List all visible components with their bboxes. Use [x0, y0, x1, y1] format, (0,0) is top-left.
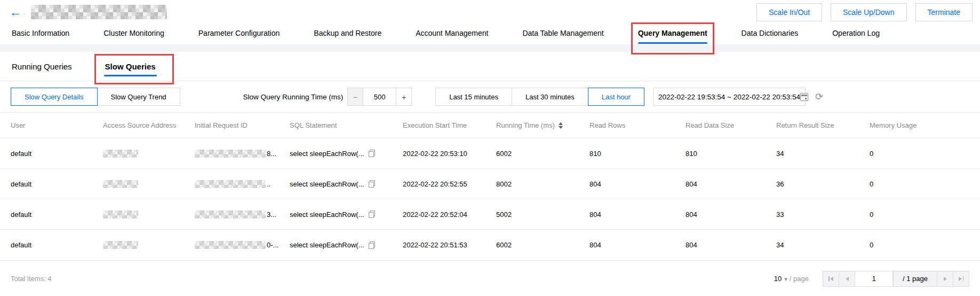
subtab-slow-queries[interactable]: Slow Queries: [105, 62, 156, 71]
cell-user: default: [11, 150, 103, 158]
date-range-picker[interactable]: 2022-02-22 19:53:54 ~ 2022-02-22 20:53:5…: [653, 88, 806, 106]
sort-icon[interactable]: [559, 122, 563, 129]
cell-return-result-size: 33: [776, 211, 870, 219]
sql-text: select sleepEachRow(...: [290, 180, 364, 188]
chevron-down-icon: ▾: [784, 276, 787, 283]
request-id-redacted: [195, 150, 266, 158]
cell-start-time: 2022-02-22 20:52:55: [403, 180, 496, 188]
cell-start-time: 2022-02-22 20:53:10: [403, 150, 496, 158]
cell-user: default: [11, 180, 103, 188]
last-hour-button[interactable]: Last hour: [588, 88, 644, 106]
access-source-redacted: [103, 180, 138, 188]
col-initial-request-id: Initial Request ID: [195, 121, 290, 129]
active-tab-underline: [638, 42, 707, 44]
current-page-input[interactable]: [855, 271, 893, 287]
access-source-redacted: [103, 150, 138, 158]
calendar-icon: [800, 93, 808, 101]
table-header-row: User Access Source Address Initial Reque…: [0, 113, 980, 138]
tab-data-dictionaries[interactable]: Data Dictionaries: [742, 24, 799, 44]
total-items-label: Total items:: [11, 275, 46, 283]
cell-access-source: [103, 180, 195, 188]
back-icon[interactable]: ←: [10, 6, 21, 18]
tab-query-management[interactable]: Query Management: [638, 24, 707, 44]
tab-backup-and-restore[interactable]: Backup and Restore: [314, 24, 381, 44]
active-subtab-underline: [104, 75, 157, 76]
main-tab-bar: Basic Information Cluster Monitoring Par…: [0, 24, 980, 44]
tab-query-management-label: Query Management: [638, 29, 707, 37]
cell-running-ms: 6002: [496, 241, 589, 249]
slow-query-trend-button[interactable]: Slow Query Trend: [97, 88, 180, 106]
cell-access-source: [103, 241, 195, 249]
cell-access-source: [103, 211, 195, 219]
first-page-button[interactable]: [823, 271, 839, 287]
header-actions: Scale In/Out Scale Up/Down Terminate: [756, 3, 973, 21]
tab-data-table-management[interactable]: Data Table Management: [522, 24, 603, 44]
sql-text: select sleepEachRow(...: [290, 211, 364, 219]
tab-cluster-monitoring[interactable]: Cluster Monitoring: [103, 24, 164, 44]
slow-query-details-button[interactable]: Slow Query Details: [11, 88, 98, 106]
cell-return-result-size: 34: [776, 241, 870, 249]
last-30-minutes-button[interactable]: Last 30 minutes: [512, 88, 588, 106]
next-page-button[interactable]: [937, 271, 953, 287]
col-read-data-size: Read Data Size: [686, 121, 776, 129]
tab-operation-log[interactable]: Operation Log: [832, 24, 880, 44]
copy-icon[interactable]: [369, 242, 375, 249]
col-return-result-size: Return Result Size: [776, 121, 870, 129]
copy-icon[interactable]: [369, 150, 375, 157]
last-15-minutes-button[interactable]: Last 15 minutes: [435, 88, 512, 106]
request-id-suffix: 0-...: [267, 241, 278, 249]
col-execution-start-time: Execution Start Time: [403, 121, 496, 129]
page-size-select[interactable]: 10 ▾: [774, 275, 790, 283]
sql-text: select sleepEachRow(...: [290, 150, 364, 158]
copy-icon[interactable]: [369, 180, 375, 188]
pagination: 10 ▾ / page / 1 page: [774, 271, 969, 287]
copy-icon[interactable]: [369, 211, 375, 218]
per-page-label: / page: [790, 275, 809, 283]
sql-text: select sleepEachRow(...: [290, 241, 364, 249]
date-range-value: 2022-02-22 19:53:54 ~ 2022-02-22 20:53:5…: [658, 93, 800, 101]
cell-running-ms: 5002: [496, 211, 589, 219]
table-footer: Total items: 4 10 ▾ / page / 1 page: [0, 260, 980, 296]
tab-account-management[interactable]: Account Management: [416, 24, 488, 44]
running-time-filter-label: Slow Query Running Time (ms): [243, 93, 344, 101]
pager-controls: / 1 page: [823, 271, 969, 287]
cell-memory-usage: 0: [870, 180, 980, 188]
stepper-plus-icon[interactable]: +: [396, 88, 412, 106]
scale-in-out-button[interactable]: Scale In/Out: [756, 3, 822, 21]
cell-request-id: 8...: [195, 150, 290, 158]
table-row: default .. select sleepEachRow(... 2022-…: [0, 169, 980, 199]
prev-page-button[interactable]: [839, 271, 855, 287]
cell-user: default: [11, 241, 103, 249]
tab-basic-information[interactable]: Basic Information: [12, 24, 69, 44]
cell-read-rows: 804: [589, 211, 686, 219]
total-items: Total items: 4: [11, 275, 52, 283]
cell-sql: select sleepEachRow(...: [290, 150, 403, 158]
cell-memory-usage: 0: [870, 150, 980, 158]
instance-name-redacted: [31, 5, 167, 19]
col-running-time-label: Running Time (ms): [496, 121, 555, 129]
page-count-label: / 1 page: [893, 271, 937, 287]
table-row: default 8... select sleepEachRow(... 202…: [0, 138, 980, 169]
cell-request-id: 0-...: [195, 241, 290, 249]
view-toggle-group: Slow Query Details Slow Query Trend: [11, 88, 180, 106]
cell-memory-usage: 0: [870, 211, 980, 219]
col-user: User: [11, 121, 103, 129]
access-source-redacted: [103, 241, 138, 249]
request-id-suffix: 8...: [267, 150, 276, 158]
cell-request-id: ..: [195, 180, 290, 188]
cell-start-time: 2022-02-22 20:51:53: [403, 241, 496, 249]
time-range-group: Last 15 minutes Last 30 minutes Last hou…: [435, 88, 644, 106]
cell-access-source: [103, 150, 195, 158]
access-source-redacted: [103, 211, 138, 219]
stepper-minus-icon[interactable]: −: [347, 88, 363, 106]
cell-memory-usage: 0: [870, 241, 980, 249]
terminate-button[interactable]: Terminate: [915, 3, 973, 21]
refresh-icon[interactable]: ⟳: [815, 92, 823, 102]
col-memory-usage: Memory Usage: [870, 121, 980, 129]
tab-parameter-configuration[interactable]: Parameter Configuration: [198, 24, 280, 44]
last-page-button[interactable]: [953, 271, 969, 287]
running-time-input[interactable]: [363, 88, 396, 106]
subtab-running-queries[interactable]: Running Queries: [12, 62, 72, 71]
col-sql-statement: SQL Statement: [290, 121, 403, 129]
scale-up-down-button[interactable]: Scale Up/Down: [831, 3, 907, 21]
